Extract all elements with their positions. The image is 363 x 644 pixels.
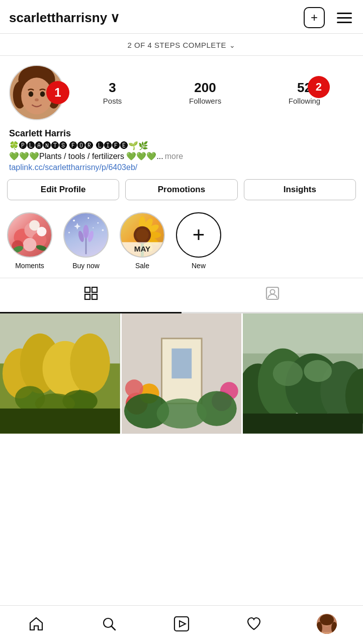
nav-profile[interactable] bbox=[312, 613, 342, 635]
person-tag-icon bbox=[265, 286, 280, 304]
following-stat[interactable]: 52 2 Following bbox=[289, 80, 320, 105]
svg-point-34 bbox=[136, 229, 149, 242]
sale-image: MAY bbox=[121, 213, 164, 257]
bottom-spacer bbox=[0, 434, 363, 479]
svg-rect-56 bbox=[171, 349, 192, 379]
username-display[interactable]: scarlettharrisny ∨ bbox=[9, 10, 120, 26]
nav-profile-avatar bbox=[317, 614, 337, 634]
steps-text: 2 OF 4 STEPS COMPLETE ⌄ bbox=[0, 41, 363, 49]
bio-line-2: 💚💚💚Plants / tools / fertilizers 💚💚💚... m… bbox=[9, 151, 354, 161]
menu-line-2 bbox=[337, 17, 352, 19]
bio-line-1: 🍀🅟🅛🅐🅝🅣🅢 🅕🅞🅡 🅛🅘🅕🅔🌱🌿 bbox=[9, 141, 354, 150]
profile-section: 1 3 Posts 200 Followers 52 2 Following bbox=[0, 56, 363, 120]
insights-button[interactable]: Insights bbox=[244, 179, 356, 200]
svg-point-11 bbox=[23, 238, 37, 252]
posts-label: Posts bbox=[103, 97, 122, 105]
svg-marker-78 bbox=[179, 621, 186, 627]
nav-home[interactable] bbox=[21, 613, 51, 635]
following-label: Following bbox=[289, 97, 320, 105]
menu-button[interactable] bbox=[335, 11, 354, 25]
highlight-circle-sale: MAY bbox=[120, 212, 165, 258]
bio-more[interactable]: more bbox=[165, 152, 183, 161]
username-text: scarlettharrisny bbox=[9, 10, 107, 26]
svg-point-72 bbox=[273, 361, 303, 386]
svg-point-18 bbox=[97, 222, 99, 224]
followers-stat[interactable]: 200 Followers bbox=[189, 80, 221, 105]
action-buttons: Edit Profile Promotions Insights bbox=[0, 179, 363, 209]
highlight-label-buynow: Buy now bbox=[72, 262, 100, 270]
highlight-moments[interactable]: Moments bbox=[7, 212, 52, 270]
svg-point-24 bbox=[83, 225, 88, 238]
posts-stat[interactable]: 3 Posts bbox=[103, 80, 122, 105]
grid-photo-3[interactable] bbox=[243, 313, 363, 434]
highlights-section: Moments Buy now bbox=[0, 209, 363, 278]
bottom-nav bbox=[0, 605, 363, 644]
search-icon bbox=[101, 616, 117, 632]
highlight-sale[interactable]: MAY Sale bbox=[120, 212, 165, 270]
bio-section: Scarlett Harris 🍀🅟🅛🅐🅝🅣🅢 🅕🅞🅡 🅛🅘🅕🅔🌱🌿 💚💚💚Pl… bbox=[0, 128, 363, 179]
svg-point-14 bbox=[37, 227, 46, 236]
svg-text:MAY: MAY bbox=[134, 245, 151, 253]
grid-icon bbox=[84, 286, 98, 304]
stats-row: 3 Posts 200 Followers 52 2 Following bbox=[64, 80, 354, 105]
svg-rect-74 bbox=[243, 414, 363, 434]
highlight-buynow[interactable]: Buy now bbox=[63, 212, 109, 270]
username-chevron: ∨ bbox=[110, 10, 120, 26]
new-highlight-plus: + bbox=[193, 224, 205, 246]
moments-image bbox=[8, 213, 51, 257]
highlight-label-moments: Moments bbox=[15, 262, 44, 270]
svg-point-17 bbox=[73, 219, 75, 221]
grid-photo-1[interactable] bbox=[0, 313, 120, 434]
svg-point-6 bbox=[40, 92, 45, 97]
followers-label: Followers bbox=[189, 97, 221, 105]
bio-link[interactable]: taplink.cc/scarlettharrisny/p/6403eb/ bbox=[9, 163, 137, 172]
highlight-circle-new: + bbox=[176, 212, 221, 258]
svg-point-64 bbox=[156, 398, 206, 429]
display-name: Scarlett Harris bbox=[9, 128, 354, 139]
steps-label: 2 OF 4 STEPS COMPLETE bbox=[128, 41, 226, 49]
highlight-new[interactable]: + New bbox=[176, 212, 221, 270]
svg-point-83 bbox=[320, 614, 334, 625]
svg-point-19 bbox=[87, 217, 89, 219]
svg-rect-41 bbox=[92, 294, 97, 299]
annotation-badge-2: 2 bbox=[308, 76, 330, 98]
svg-rect-53 bbox=[0, 409, 120, 434]
plus-icon: + bbox=[311, 11, 318, 25]
header-icons: + bbox=[304, 7, 354, 28]
svg-point-73 bbox=[304, 360, 332, 382]
menu-line-1 bbox=[337, 13, 352, 14]
nav-activity[interactable] bbox=[239, 613, 269, 635]
posts-count: 3 bbox=[109, 80, 116, 96]
new-post-button[interactable]: + bbox=[304, 7, 325, 28]
avatar-wrapper: 1 bbox=[9, 65, 64, 120]
reels-icon bbox=[173, 616, 190, 632]
svg-point-22 bbox=[93, 227, 94, 228]
tabs-row bbox=[0, 278, 363, 313]
nav-search[interactable] bbox=[94, 613, 124, 635]
svg-rect-66 bbox=[243, 313, 363, 354]
steps-banner[interactable]: 2 OF 4 STEPS COMPLETE ⌄ bbox=[0, 34, 363, 56]
buynow-image bbox=[64, 213, 108, 257]
steps-chevron: ⌄ bbox=[229, 41, 236, 49]
highlight-label-new: New bbox=[192, 262, 206, 270]
svg-rect-39 bbox=[92, 287, 97, 292]
nav-reels[interactable] bbox=[166, 613, 197, 635]
promotions-button[interactable]: Promotions bbox=[125, 179, 237, 200]
highlight-label-sale: Sale bbox=[135, 262, 149, 270]
highlight-circle-buynow bbox=[63, 212, 109, 258]
profile-top: 1 3 Posts 200 Followers 52 2 Following bbox=[9, 65, 354, 120]
tab-grid[interactable] bbox=[0, 278, 182, 313]
svg-point-5 bbox=[29, 92, 34, 97]
svg-rect-38 bbox=[85, 287, 90, 292]
grid-photo-2[interactable] bbox=[122, 313, 242, 434]
svg-point-43 bbox=[270, 290, 275, 294]
svg-line-76 bbox=[112, 626, 115, 630]
photo-grid bbox=[0, 313, 363, 434]
followers-count: 200 bbox=[194, 80, 216, 96]
annotation-badge-1: 1 bbox=[46, 81, 69, 104]
highlight-circle-moments bbox=[7, 212, 52, 258]
tab-tagged[interactable] bbox=[182, 278, 363, 313]
edit-profile-button[interactable]: Edit Profile bbox=[7, 179, 119, 200]
svg-point-49 bbox=[70, 334, 110, 393]
following-count: 52 2 bbox=[297, 80, 312, 96]
